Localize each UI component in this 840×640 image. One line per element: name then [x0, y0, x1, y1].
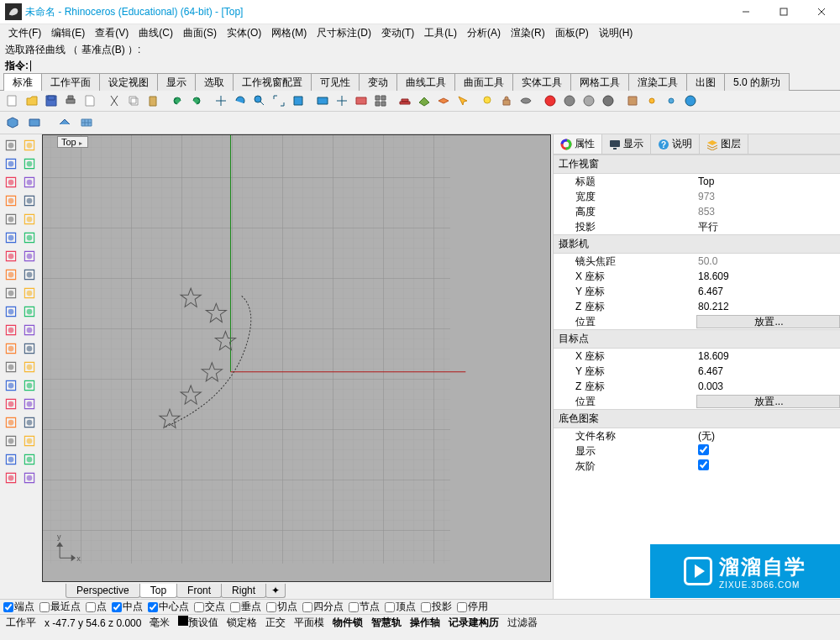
status-toggle[interactable]: 操作轴	[407, 616, 443, 630]
ptcloud-tool[interactable]	[2, 265, 19, 283]
panel-tab-layers[interactable]: 图层	[700, 134, 748, 154]
plane-icon[interactable]	[25, 113, 44, 132]
menu-item[interactable]: 工具(L)	[419, 24, 462, 42]
osnap-checkbox[interactable]	[385, 602, 395, 612]
cplane-grid-icon[interactable]	[77, 113, 96, 132]
close-button[interactable]	[802, 0, 840, 24]
tool-tab[interactable]: 变动	[359, 73, 397, 91]
ellipse2-tool[interactable]	[20, 210, 38, 228]
menu-item[interactable]: 尺寸标注(D)	[312, 24, 376, 42]
tool-tab[interactable]: 可见性	[311, 73, 360, 91]
cage-tool[interactable]	[20, 321, 38, 338]
viewport-tab[interactable]: Top	[139, 584, 177, 598]
zoom-sel-icon[interactable]	[289, 92, 307, 110]
status-toggle[interactable]: 正交	[263, 616, 288, 630]
osnap-端点[interactable]: 端点	[3, 600, 34, 614]
osnap-顶点[interactable]: 顶点	[385, 600, 416, 614]
cplane-icon[interactable]	[415, 92, 433, 110]
cylinder-tool[interactable]	[20, 395, 38, 412]
plane-tool[interactable]	[2, 228, 19, 246]
panel-tab-circle[interactable]: 属性	[554, 134, 602, 154]
shade-icon[interactable]	[599, 92, 617, 110]
zoom-icon[interactable]	[250, 92, 269, 110]
star-tool[interactable]	[2, 247, 19, 265]
menu-item[interactable]: 说明(H)	[594, 24, 638, 42]
menu-item[interactable]: 曲线(C)	[134, 24, 178, 42]
arc-tool[interactable]	[20, 173, 38, 191]
osnap-中点[interactable]: 中点	[112, 600, 143, 614]
props-icon[interactable]	[662, 92, 680, 110]
pipe-tool[interactable]	[20, 265, 38, 283]
menu-item[interactable]: 分析(A)	[462, 24, 506, 42]
pan-icon[interactable]	[333, 92, 351, 110]
tool-tab[interactable]: 显示	[157, 73, 196, 91]
dim-tool[interactable]	[2, 432, 19, 449]
menu-item[interactable]: 面板(P)	[550, 24, 594, 42]
options-icon[interactable]	[623, 92, 642, 110]
osnap-停用[interactable]: 停用	[457, 600, 488, 614]
layer-icon[interactable]	[434, 92, 453, 110]
osnap-checkbox[interactable]	[302, 602, 312, 612]
array2-tool[interactable]	[20, 339, 38, 357]
tool-tab[interactable]: 曲面工具	[454, 73, 513, 91]
menu-item[interactable]: 渲染(R)	[506, 24, 550, 42]
tool-tab[interactable]: 网格工具	[570, 73, 629, 91]
viewport-label[interactable]: Top	[57, 136, 88, 148]
car-icon[interactable]	[396, 92, 414, 110]
blend-tool[interactable]	[20, 302, 38, 320]
lines-tool[interactable]	[2, 302, 19, 320]
osnap-四分点[interactable]: 四分点	[302, 600, 344, 614]
prop-tgt-y[interactable]: 6.467	[696, 365, 840, 377]
zoom-ext-icon[interactable]	[270, 92, 288, 110]
command-area[interactable]: 选取路径曲线 （ 基准点(B) ）: 指令:	[0, 42, 840, 74]
viewport-menu-icon[interactable]	[79, 137, 82, 147]
open-icon[interactable]	[23, 92, 41, 110]
box-icon[interactable]	[3, 113, 22, 132]
prop-cam-place-button[interactable]: 放置...	[696, 315, 840, 328]
lock-icon[interactable]	[497, 92, 516, 110]
tool-tab[interactable]: 5.0 的新功	[724, 73, 790, 91]
osnap-中心点[interactable]: 中心点	[148, 600, 189, 614]
status-toggle[interactable]: 锁定格	[224, 616, 260, 630]
status-units[interactable]: 毫米	[147, 616, 172, 630]
tool-tab[interactable]: 实体工具	[512, 73, 571, 91]
menu-item[interactable]: 曲面(S)	[178, 24, 222, 42]
osnap-checkbox[interactable]	[39, 602, 50, 612]
viewport-tab[interactable]: Front	[176, 584, 222, 598]
osnap-checkbox[interactable]	[86, 602, 96, 612]
mat-icon[interactable]	[560, 92, 579, 110]
gear-icon[interactable]	[643, 92, 661, 110]
menu-item[interactable]: 网格(M)	[266, 24, 312, 42]
copy-icon[interactable]	[124, 92, 143, 110]
tool-tab[interactable]: 工作视窗配置	[233, 73, 312, 91]
boolean-tool[interactable]	[2, 358, 19, 375]
menu-item[interactable]: 变动(T)	[376, 24, 419, 42]
box-tool[interactable]	[2, 395, 19, 412]
osnap-垂点[interactable]: 垂点	[230, 600, 261, 614]
zoom-win-icon[interactable]	[313, 92, 332, 110]
redo-icon[interactable]	[187, 92, 206, 110]
viewport-top[interactable]: x y	[42, 134, 551, 582]
prop-wall-file[interactable]: (无)	[696, 429, 840, 443]
hide-icon[interactable]	[517, 92, 535, 110]
status-layer[interactable]: 预设值	[176, 616, 221, 630]
move-icon[interactable]	[212, 92, 230, 110]
osnap-checkbox[interactable]	[230, 602, 240, 612]
prop-wall-gray-checkbox[interactable]	[698, 459, 709, 470]
trim-tool[interactable]	[20, 284, 38, 302]
prop-tgt-z[interactable]: 0.003	[696, 380, 840, 392]
mesh-tool[interactable]	[20, 413, 38, 431]
paste-icon[interactable]	[144, 92, 162, 110]
viewport-tab[interactable]: Right	[221, 584, 266, 598]
maximize-button[interactable]	[764, 0, 802, 24]
join-tool[interactable]	[2, 284, 19, 302]
select-icon[interactable]	[454, 92, 472, 110]
help-icon[interactable]	[681, 92, 700, 110]
menu-item[interactable]: 实体(O)	[222, 24, 266, 42]
osnap-点[interactable]: 点	[86, 600, 107, 614]
tool-tab[interactable]: 曲线工具	[396, 73, 455, 91]
tool-tab[interactable]: 设定视图	[99, 73, 158, 91]
ellipse-tool[interactable]	[2, 210, 19, 228]
osnap-checkbox[interactable]	[148, 602, 158, 612]
menu-item[interactable]: 文件(F)	[3, 24, 46, 42]
